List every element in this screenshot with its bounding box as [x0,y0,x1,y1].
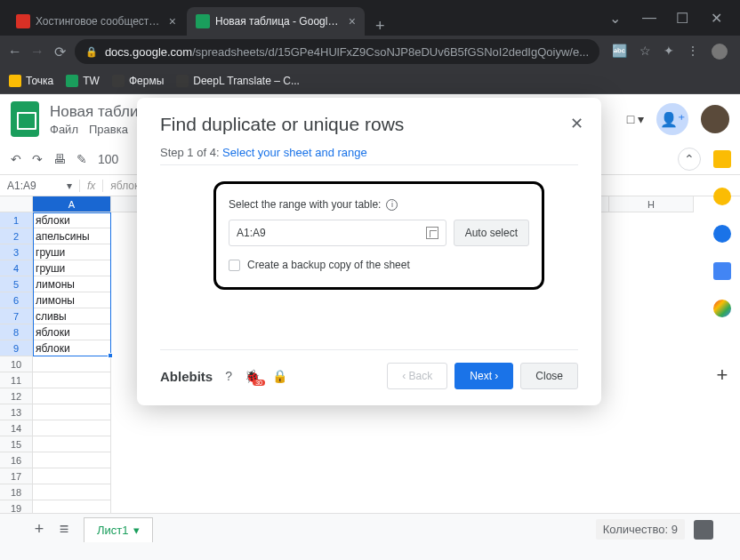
back-icon[interactable]: ← [7,44,22,60]
tab-title: Новая таблица - Google Таблиц [215,15,343,28]
tasks-icon[interactable] [713,225,731,243]
row-header[interactable]: 11 [0,372,33,388]
next-button[interactable]: Next › [454,363,513,389]
step-link[interactable]: Select your sheet and range [222,146,367,159]
step-indicator: Step 1 of 4: Select your sheet and range [160,146,578,165]
cell[interactable] [33,420,111,436]
add-addon-icon[interactable]: + [717,364,728,387]
select-range-icon[interactable] [426,227,438,239]
maximize-icon[interactable]: ☐ [676,10,688,27]
cell[interactable] [33,436,111,452]
paint-format-icon[interactable]: ✎ [76,152,87,166]
collapse-toolbar-icon[interactable]: ⌃ [678,148,701,171]
row-header[interactable]: 7 [0,308,33,324]
cell[interactable] [33,404,111,420]
cell[interactable]: лимоны [33,276,111,292]
meet-button[interactable]: □ ▾ [627,112,644,126]
row-header[interactable]: 5 [0,276,33,292]
row-header[interactable]: 2 [0,228,33,244]
cell[interactable]: яблоки [33,212,111,228]
close-icon[interactable]: × [169,14,176,28]
close-icon[interactable]: ✕ [710,10,722,27]
extensions-icon[interactable]: ✦ [664,44,674,60]
range-input[interactable]: A1:A9 [229,220,446,246]
avatar[interactable] [701,105,729,133]
bookmark-item[interactable]: Точка [9,75,53,87]
row-header[interactable]: 13 [0,404,33,420]
row-header[interactable]: 16 [0,452,33,468]
backup-checkbox[interactable] [229,260,240,271]
row-header[interactable]: 6 [0,292,33,308]
menu-file[interactable]: Файл [50,123,78,136]
keep-icon[interactable] [713,188,731,205]
add-sheet-button[interactable]: + [27,520,52,539]
row-header[interactable]: 10 [0,356,33,372]
menu-icon[interactable]: ⋮ [687,44,699,60]
cell[interactable]: груши [33,244,111,260]
cell[interactable]: апельсины [33,228,111,244]
cell[interactable]: лимоны [33,292,111,308]
cell[interactable] [33,372,111,388]
side-panel: + [704,138,740,387]
menu-edit[interactable]: Правка [89,123,128,136]
translate-icon[interactable]: 🔤 [612,44,627,60]
all-sheets-button[interactable]: ≡ [52,520,76,539]
bookmark-item[interactable]: Фермы [112,75,164,87]
maps-icon[interactable] [713,300,731,317]
cell[interactable] [33,388,111,404]
calendar-icon[interactable] [713,150,731,168]
explore-icon[interactable] [694,520,713,540]
column-header[interactable]: H [609,196,694,212]
row-header[interactable]: 1 [0,212,33,228]
share-button[interactable]: 👤⁺ [656,103,688,135]
bug-icon[interactable]: 🐞 [245,369,260,383]
cell[interactable]: яблоки [33,324,111,340]
row-header[interactable]: 3 [0,244,33,260]
select-all-corner[interactable] [0,196,33,212]
row-header[interactable]: 14 [0,420,33,436]
help-icon[interactable]: ? [225,369,232,383]
browser-tab-active[interactable]: Новая таблица - Google Таблиц × [187,7,365,36]
row-header[interactable]: 15 [0,436,33,452]
row-header[interactable]: 12 [0,388,33,404]
row-header[interactable]: 18 [0,484,33,500]
cell[interactable]: груши [33,260,111,276]
undo-icon[interactable]: ↶ [11,152,21,166]
cell[interactable] [33,484,111,500]
reload-icon[interactable]: ⟳ [52,44,68,60]
cell[interactable] [33,468,111,484]
row-header[interactable]: 9 [0,340,33,356]
close-icon[interactable]: × [349,14,356,28]
new-tab-button[interactable]: + [366,17,394,36]
info-icon[interactable]: i [386,199,398,211]
profile-icon[interactable] [712,44,728,60]
lock-icon[interactable]: 🔒 [272,369,287,383]
close-button[interactable]: Close [520,363,578,389]
contacts-icon[interactable] [713,262,731,280]
bookmark-item[interactable]: DeepL Translate – C... [176,75,300,87]
cell[interactable] [33,356,111,372]
minimize-icon[interactable]: — [642,10,655,27]
bookmark-item[interactable]: TW [66,75,100,87]
zoom-value[interactable]: 100 [98,152,118,166]
sheet-tab[interactable]: Лист1▾ [84,517,153,542]
browser-tab-inactive[interactable]: Хостинговое сообщество «Time × [7,7,185,36]
row-header[interactable]: 8 [0,324,33,340]
row-header[interactable]: 4 [0,260,33,276]
auto-select-button[interactable]: Auto select [454,220,529,246]
status-count[interactable]: Количество: 9 [596,519,685,540]
chevron-down-icon[interactable]: ⌄ [608,10,621,27]
cell[interactable]: сливы [33,308,111,324]
column-header[interactable]: A [33,196,111,212]
close-icon[interactable]: ✕ [570,114,583,133]
row-header[interactable]: 17 [0,468,33,484]
sheets-logo-icon[interactable] [11,101,39,137]
cell[interactable]: яблоки [33,340,111,356]
star-icon[interactable]: ☆ [639,44,651,60]
redo-icon[interactable]: ↷ [32,152,43,166]
print-icon[interactable]: 🖶 [53,152,66,166]
cell[interactable] [33,452,111,468]
url-input[interactable]: 🔒 docs.google.com/spreadsheets/d/15GPe4H… [75,39,599,64]
chevron-down-icon[interactable]: ▾ [133,524,140,537]
name-box[interactable]: A1:A9▾ [0,180,80,192]
